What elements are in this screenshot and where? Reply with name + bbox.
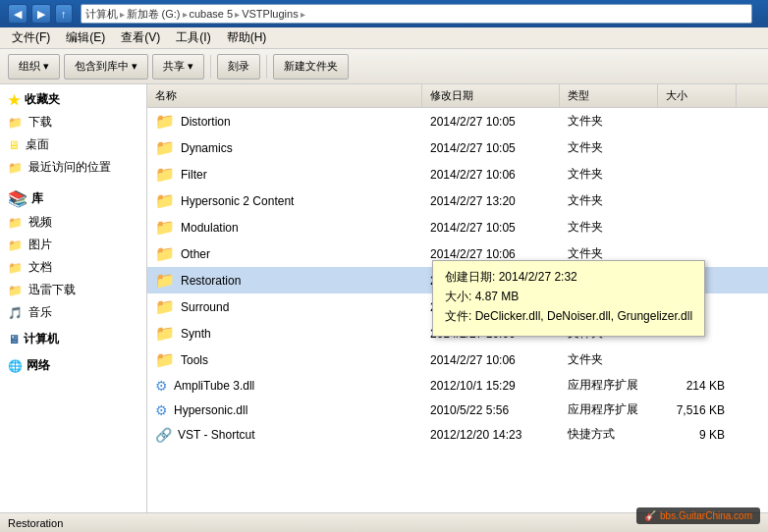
star-icon: ★ bbox=[8, 92, 21, 108]
download-icon: 📁 bbox=[8, 116, 23, 130]
sep1: ▸ bbox=[120, 9, 125, 20]
breadcrumb-drive[interactable]: 新加卷 (G:) bbox=[127, 7, 181, 22]
table-row[interactable]: ⚙ Hypersonic.dll 2010/5/22 5:56 应用程序扩展 7… bbox=[147, 398, 768, 422]
menu-tools[interactable]: 工具(I) bbox=[168, 27, 218, 48]
library-header[interactable]: 📚 库 bbox=[0, 186, 146, 211]
folder-icon: 📁 bbox=[155, 138, 175, 157]
file-size: 7,516 KB bbox=[658, 401, 737, 419]
computer-icon: 🖥 bbox=[8, 333, 20, 346]
organize-button[interactable]: 组织 ▾ bbox=[8, 54, 60, 80]
file-date: 2014/2/27 10:06 bbox=[422, 166, 560, 184]
file-name: 📁 Other bbox=[147, 242, 422, 265]
col-header-type[interactable]: 类型 bbox=[560, 84, 658, 107]
folder-icon: 📁 bbox=[155, 244, 175, 263]
sidebar-item-thunder[interactable]: 📁 迅雷下载 bbox=[0, 279, 146, 301]
table-row[interactable]: 📁 Filter 2014/2/27 10:06 文件夹 bbox=[147, 161, 768, 187]
sep3: ▸ bbox=[235, 9, 240, 20]
file-size: 214 KB bbox=[658, 377, 737, 395]
file-rows: 📁 Distortion 2014/2/27 10:05 文件夹 📁 Dynam… bbox=[147, 108, 768, 512]
music-icon: 🎵 bbox=[8, 306, 23, 320]
favorites-header[interactable]: ★ 收藏夹 bbox=[0, 88, 146, 111]
sidebar-item-video[interactable]: 📁 视频 bbox=[0, 211, 146, 234]
sidebar-item-download[interactable]: 📁 下载 bbox=[0, 111, 146, 133]
file-name: 🔗 VST - Shortcut bbox=[147, 425, 422, 445]
sidebar-item-pictures[interactable]: 📁 图片 bbox=[0, 234, 146, 256]
menu-edit[interactable]: 编辑(E) bbox=[58, 27, 113, 48]
guitar-icon: 🎸 bbox=[644, 510, 656, 521]
pictures-label: 图片 bbox=[28, 237, 52, 253]
new-folder-button[interactable]: 新建文件夹 bbox=[273, 54, 349, 80]
file-size bbox=[658, 358, 737, 362]
file-name: ⚙ AmpliTube 3.dll bbox=[147, 376, 422, 396]
file-date: 2012/12/20 14:23 bbox=[422, 426, 560, 444]
col-header-date[interactable]: 修改日期 bbox=[422, 84, 560, 107]
file-name: 📁 Surround bbox=[147, 295, 422, 318]
sidebar-item-documents[interactable]: 📁 文档 bbox=[0, 256, 146, 279]
menu-help[interactable]: 帮助(H) bbox=[219, 27, 275, 48]
file-type: 文件夹 bbox=[560, 190, 658, 211]
file-date: 2014/2/27 10:06 bbox=[422, 351, 560, 369]
folder-icon: 📁 bbox=[155, 165, 175, 184]
toolbar: 组织 ▾ 包含到库中 ▾ 共享 ▾ 刻录 新建文件夹 bbox=[0, 49, 768, 84]
share-button[interactable]: 共享 ▾ bbox=[152, 54, 204, 80]
table-row[interactable]: 📁 Modulation 2014/2/27 10:05 文件夹 bbox=[147, 214, 768, 240]
file-name: 📁 Modulation bbox=[147, 216, 422, 239]
folder-icon: 📁 bbox=[155, 297, 175, 316]
table-row[interactable]: 🔗 VST - Shortcut 2012/12/20 14:23 快捷方式 9… bbox=[147, 422, 768, 447]
main-layout: ★ 收藏夹 📁 下载 🖥 桌面 📁 最近访问的位置 📚 库 📁 bbox=[0, 84, 768, 512]
sidebar-item-recent[interactable]: 📁 最近访问的位置 bbox=[0, 156, 146, 179]
table-row[interactable]: ⚙ AmpliTube 3.dll 2012/10/1 15:29 应用程序扩展… bbox=[147, 373, 768, 398]
forward-button[interactable]: ▶ bbox=[31, 4, 51, 24]
table-row[interactable]: 📁 Tools 2014/2/27 10:06 文件夹 bbox=[147, 346, 768, 373]
network-icon: 🌐 bbox=[8, 359, 23, 373]
file-date: 2010/5/22 5:56 bbox=[422, 401, 560, 419]
file-date: 2014/2/27 13:20 bbox=[422, 192, 560, 210]
toolbar-separator bbox=[210, 55, 211, 79]
computer-header[interactable]: 🖥 计算机 bbox=[0, 328, 146, 350]
tooltip-created: 创建日期: 2014/2/27 2:32 bbox=[445, 269, 692, 286]
burn-label: 刻录 bbox=[228, 59, 249, 74]
file-type: 快捷方式 bbox=[560, 424, 658, 445]
include-library-button[interactable]: 包含到库中 ▾ bbox=[64, 54, 148, 80]
back-button[interactable]: ◀ bbox=[8, 4, 27, 24]
menu-file[interactable]: 文件(F) bbox=[4, 27, 58, 48]
menu-bar: 文件(F) 编辑(E) 查看(V) 工具(I) 帮助(H) bbox=[0, 27, 768, 49]
sidebar-item-desktop[interactable]: 🖥 桌面 bbox=[0, 133, 146, 156]
file-name: 📁 Tools bbox=[147, 348, 422, 371]
col-header-size[interactable]: 大小 bbox=[658, 84, 737, 107]
video-label: 视频 bbox=[28, 214, 52, 231]
file-date: 2014/2/27 10:05 bbox=[422, 139, 560, 157]
network-header[interactable]: 🌐 网络 bbox=[0, 354, 146, 377]
burn-button[interactable]: 刻录 bbox=[217, 54, 260, 80]
file-name: 📁 Restoration bbox=[147, 269, 422, 292]
file-type: 文件夹 bbox=[560, 164, 658, 185]
breadcrumb-cubase[interactable]: cubase 5 bbox=[190, 8, 234, 20]
recent-label: 最近访问的位置 bbox=[28, 159, 111, 176]
file-type: 文件夹 bbox=[560, 111, 658, 132]
video-icon: 📁 bbox=[8, 216, 23, 230]
breadcrumb-computer[interactable]: 计算机 bbox=[85, 7, 118, 22]
sidebar: ★ 收藏夹 📁 下载 🖥 桌面 📁 最近访问的位置 📚 库 📁 bbox=[0, 84, 147, 512]
file-size bbox=[658, 226, 737, 230]
file-size bbox=[658, 252, 737, 256]
network-section: 🌐 网络 bbox=[0, 354, 146, 377]
table-row[interactable]: 📁 Hypersonic 2 Content 2014/2/27 13:20 文… bbox=[147, 187, 768, 214]
table-row[interactable]: 📁 Dynamics 2014/2/27 10:05 文件夹 bbox=[147, 134, 768, 161]
desktop-label: 桌面 bbox=[26, 136, 49, 153]
file-size bbox=[658, 146, 737, 150]
sep2: ▸ bbox=[183, 9, 188, 20]
tooltip-files: 文件: DeClicker.dll, DeNoiser.dll, Grungel… bbox=[445, 308, 692, 325]
breadcrumb-vstplugins[interactable]: VSTPlugins bbox=[242, 8, 298, 20]
documents-icon: 📁 bbox=[8, 261, 23, 275]
breadcrumb[interactable]: 计算机 ▸ 新加卷 (G:) ▸ cubase 5 ▸ VSTPlugins ▸ bbox=[81, 4, 753, 24]
thunder-label: 迅雷下载 bbox=[28, 282, 76, 298]
file-list: 名称 修改日期 类型 大小 📁 Distortion 2014/2/27 10:… bbox=[147, 84, 768, 512]
status-text: Restoration bbox=[8, 517, 63, 529]
col-header-name[interactable]: 名称 bbox=[147, 84, 422, 107]
file-name: 📁 Synth bbox=[147, 322, 422, 345]
tooltip-size: 大小: 4.87 MB bbox=[445, 289, 692, 305]
table-row[interactable]: 📁 Distortion 2014/2/27 10:05 文件夹 bbox=[147, 108, 768, 134]
up-button[interactable]: ↑ bbox=[55, 4, 73, 24]
menu-view[interactable]: 查看(V) bbox=[113, 27, 168, 48]
sidebar-item-music[interactable]: 🎵 音乐 bbox=[0, 301, 146, 324]
